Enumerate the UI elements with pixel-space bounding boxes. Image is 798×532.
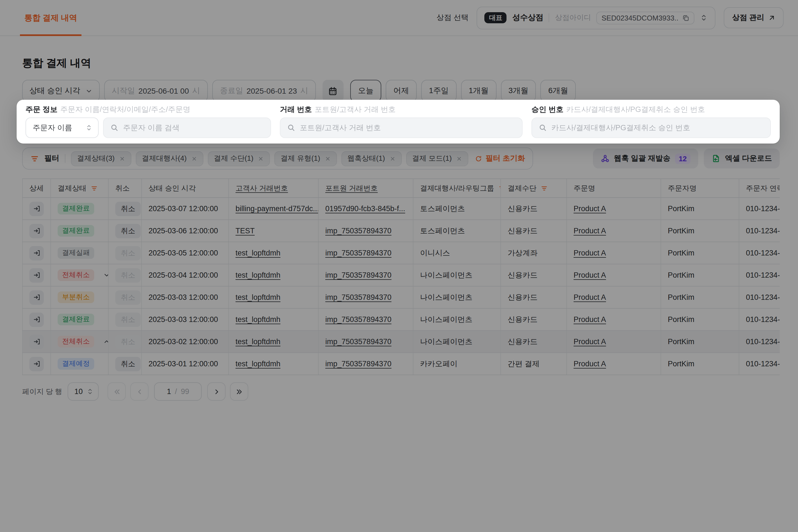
approval-number-search-group: 승인 번호카드사/결제대행사/PG결제취소 승인 번호 — [531, 105, 771, 138]
approval-number-desc: 카드사/결제대행사/PG결제취소 승인 번호 — [566, 105, 705, 114]
modal-dim-overlay — [0, 0, 798, 532]
order-search-type-value: 주문자 이름 — [33, 123, 72, 133]
chevron-updown-icon — [86, 124, 93, 131]
approval-number-search-input[interactable] — [551, 124, 764, 132]
order-search-type-select[interactable]: 주문자 이름 — [25, 117, 99, 138]
search-icon — [287, 124, 296, 132]
order-info-search-group: 주문 정보주문자 이름/연락처/이메일/주소/주문명 주문자 이름 — [25, 105, 271, 138]
search-icon — [110, 124, 119, 132]
order-search-field — [103, 117, 271, 138]
tx-number-desc: 포트원/고객사 거래 번호 — [315, 105, 396, 114]
tx-number-search-field — [280, 117, 522, 138]
tx-number-search-group: 거래 번호포트원/고객사 거래 번호 — [280, 105, 522, 138]
search-icon — [539, 124, 547, 132]
order-info-desc: 주문자 이름/연락처/이메일/주소/주문명 — [60, 105, 191, 114]
order-search-input[interactable] — [123, 124, 264, 132]
search-popover: 주문 정보주문자 이름/연락처/이메일/주소/주문명 주문자 이름 거래 번호포… — [17, 100, 780, 144]
tx-number-label: 거래 번호 — [280, 105, 312, 114]
approval-number-search-field — [531, 117, 771, 138]
app-root: 통합 결제 내역 상점 선택 대표 성수상점 상점아이디 SED02345DCO… — [0, 0, 798, 532]
tx-number-search-input[interactable] — [300, 124, 515, 132]
approval-number-label: 승인 번호 — [531, 105, 564, 114]
order-info-label: 주문 정보 — [25, 105, 58, 114]
